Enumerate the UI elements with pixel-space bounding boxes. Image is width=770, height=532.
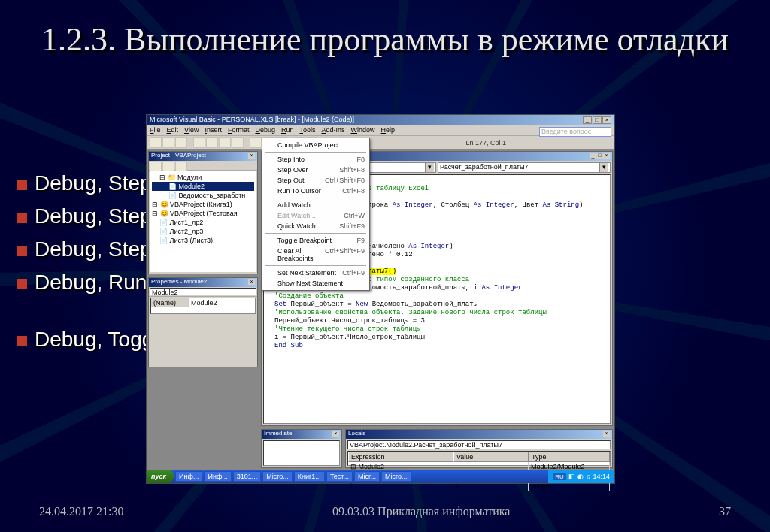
help-search-input[interactable]: Введите вопрос: [539, 127, 611, 137]
menu-item: Edit Watch...Ctrl+W: [264, 210, 368, 221]
taskbar-item[interactable]: Micro...: [262, 471, 293, 482]
menu-item[interactable]: Step IntoF8: [264, 154, 368, 165]
menu-format[interactable]: Format: [228, 126, 250, 135]
tree-item[interactable]: 📄 Module2: [152, 182, 254, 191]
menu-item[interactable]: Quick Watch...Shift+F9: [264, 221, 368, 231]
project-explorer[interactable]: Project - VBAProject× ⊟ 📁 Модули📄 Module…: [148, 151, 258, 274]
tree-item[interactable]: 📄 Ведомость_заработн: [152, 191, 254, 200]
menu-edit[interactable]: Edit: [167, 126, 179, 135]
ide-toolbar[interactable]: Ln 177, Col 1: [147, 136, 614, 150]
clock: 14:14: [593, 473, 610, 480]
immediate-title: Immediate: [264, 430, 292, 439]
system-tray[interactable]: RU ◧◐♬ 14:14: [548, 470, 614, 483]
menu-help[interactable]: Help: [381, 126, 396, 135]
close-icon: ×: [602, 116, 611, 124]
menu-run[interactable]: Run: [281, 126, 294, 135]
taskbar-item[interactable]: Micro...: [381, 471, 411, 482]
bullet-icon: [17, 213, 27, 223]
tree-item[interactable]: ⊟ 😊 VBAProject (Книга1): [152, 200, 254, 209]
menu-tools[interactable]: Tools: [300, 126, 316, 135]
menu-window[interactable]: Window: [351, 126, 375, 135]
taskbar-item[interactable]: 3101...: [233, 471, 262, 482]
menu-item[interactable]: Step OverShift+F8: [264, 165, 368, 175]
tree-item[interactable]: ⊟ 📁 Модули: [152, 173, 254, 182]
bullet-icon: [17, 279, 27, 289]
tree-item[interactable]: 📄 Лист1_лр2: [152, 218, 254, 227]
bullet-icon: [17, 180, 27, 190]
taskbar[interactable]: пуск Инф...Инф...3101...Micro...Книг1...…: [147, 470, 614, 483]
locals-path: VBAProject.Module2.Расчет_заработной_пла…: [347, 440, 611, 449]
maximize-icon: □: [593, 116, 602, 124]
menu-view[interactable]: View: [184, 126, 199, 135]
taskbar-item[interactable]: Тест...: [326, 471, 353, 482]
ide-titlebar: Microsoft Visual Basic - PERSONAL.XLS [b…: [147, 115, 614, 125]
taskbar-item[interactable]: Инф...: [175, 471, 202, 482]
procedure-dropdown[interactable]: Расчет_заработной_платы7▾: [438, 162, 611, 173]
cursor-position: Ln 177, Col 1: [465, 139, 611, 147]
slide-number: 37: [719, 505, 731, 518]
tree-item[interactable]: ⊟ 😊 VBAProject (Тестовая: [152, 209, 254, 218]
menu-item[interactable]: Compile VBAProject: [264, 140, 368, 150]
taskbar-item[interactable]: Инф...: [204, 471, 231, 482]
props-title: Properties - Module2: [151, 278, 207, 287]
bullet-icon: [17, 246, 27, 256]
bullet-icon: [17, 336, 27, 346]
menu-add-ins[interactable]: Add-Ins: [322, 126, 345, 135]
slide-title: 1.2.3. Выполнение программы в режиме отл…: [0, 21, 770, 59]
footer-date: 24.04.2017 21:30: [39, 505, 123, 518]
menu-item[interactable]: Run To CursorCtrl+F8: [264, 186, 368, 196]
menu-item[interactable]: Clear All BreakpointsCtrl+Shift+F9: [264, 246, 368, 264]
taskbar-item[interactable]: Micr...: [354, 471, 380, 482]
start-button[interactable]: пуск: [147, 470, 174, 483]
locals-window[interactable]: Locals× VBAProject.Module2.Расчет_зарабо…: [345, 429, 613, 468]
menu-item[interactable]: Show Next Statement: [264, 278, 368, 289]
menu-insert[interactable]: Insert: [205, 126, 222, 135]
menu-item[interactable]: Add Watch...: [264, 200, 368, 210]
vb-ide-screenshot: Microsoft Visual Basic - PERSONAL.XLS [b…: [146, 114, 615, 484]
locals-header: ExpressionValueType: [348, 452, 610, 462]
immediate-window[interactable]: Immediate×: [261, 429, 342, 468]
menu-debug[interactable]: Debug: [255, 126, 275, 135]
language-indicator[interactable]: RU: [553, 473, 566, 480]
taskbar-item[interactable]: Книг1...: [294, 471, 325, 482]
tree-item[interactable]: 📄 Лист3 (Лист3): [152, 236, 254, 245]
menu-file[interactable]: File: [150, 126, 161, 135]
menu-item[interactable]: Step OutCtrl+Shift+F8: [264, 175, 368, 186]
project-title: Project - VBAProject: [151, 152, 206, 161]
minimize-icon: _: [583, 116, 592, 124]
slide-footer: 24.04.2017 21:30 09.03.03 Прикладная инф…: [39, 505, 731, 518]
footer-center: 09.03.03 Прикладная информатика: [332, 505, 510, 518]
ide-title-text: Microsoft Visual Basic - PERSONAL.XLS [b…: [150, 116, 354, 125]
tree-item[interactable]: 📄 Лист2_лр3: [152, 227, 254, 236]
properties-window[interactable]: Properties - Module2× Module2 (Name)Modu…: [148, 277, 258, 367]
debug-menu[interactable]: Compile VBAProjectStep IntoF8Step OverSh…: [262, 138, 370, 291]
window-buttons[interactable]: _□×: [582, 116, 611, 125]
menu-item[interactable]: Toggle BreakpointF9: [264, 235, 368, 246]
locals-title: Locals: [348, 430, 365, 439]
menu-item[interactable]: Set Next StatementCtrl+F9: [264, 268, 368, 278]
